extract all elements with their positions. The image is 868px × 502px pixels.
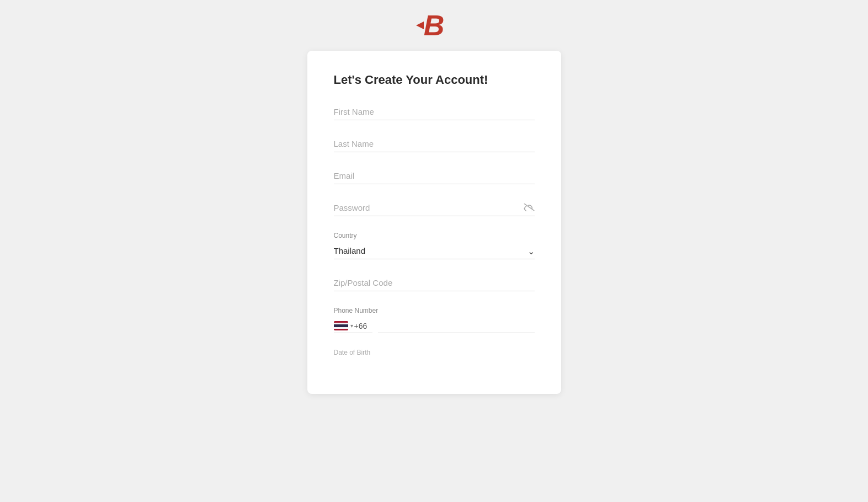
form-title: Let's Create Your Account! bbox=[334, 73, 535, 87]
logo-letter: B bbox=[424, 9, 445, 41]
zip-field-group bbox=[334, 275, 535, 291]
logo-arrow-icon bbox=[416, 22, 424, 29]
country-field-group: Country Thailand United States United Ki… bbox=[334, 232, 535, 259]
password-wrapper bbox=[334, 200, 535, 216]
phone-field-group: Phone Number ▾ +66 bbox=[334, 307, 535, 333]
thailand-flag-icon bbox=[334, 321, 348, 330]
phone-input-row: ▾ +66 bbox=[334, 319, 535, 333]
phone-label: Phone Number bbox=[334, 307, 535, 314]
first-name-field-group bbox=[334, 104, 535, 120]
flag-chevron-icon: ▾ bbox=[350, 323, 353, 329]
phone-country-code: +66 bbox=[354, 322, 368, 330]
password-field-group bbox=[334, 200, 535, 216]
logo: B bbox=[424, 11, 445, 40]
password-input[interactable] bbox=[334, 200, 535, 216]
last-name-field-group bbox=[334, 136, 535, 152]
dob-label: Date of Birth bbox=[334, 349, 535, 356]
email-input[interactable] bbox=[334, 168, 535, 184]
country-select[interactable]: Thailand United States United Kingdom Ja… bbox=[334, 243, 535, 259]
phone-flag-selector[interactable]: ▾ +66 bbox=[334, 319, 372, 333]
logo-container: B bbox=[424, 11, 445, 40]
dob-field-group: Date of Birth bbox=[334, 349, 535, 356]
phone-number-input[interactable] bbox=[378, 319, 535, 333]
first-name-input[interactable] bbox=[334, 104, 535, 120]
zip-input[interactable] bbox=[334, 275, 535, 291]
email-field-group bbox=[334, 168, 535, 184]
country-label: Country bbox=[334, 232, 535, 239]
country-select-wrapper: Thailand United States United Kingdom Ja… bbox=[334, 243, 535, 259]
toggle-password-icon[interactable] bbox=[524, 202, 535, 214]
signup-form-card: Let's Create Your Account! Country Thail… bbox=[307, 51, 561, 394]
last-name-input[interactable] bbox=[334, 136, 535, 152]
